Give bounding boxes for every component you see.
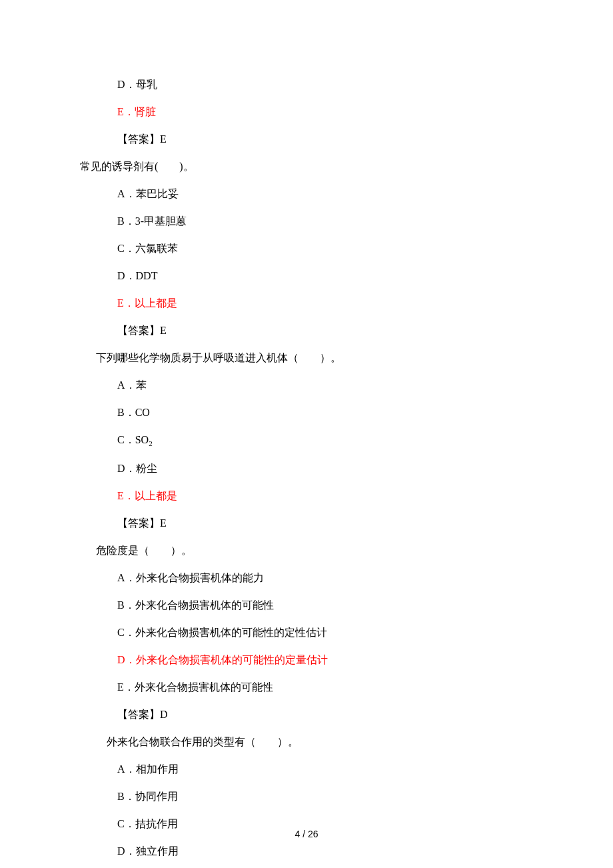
option-b: B．CO [80,405,533,421]
option-e: E．以上都是 [80,295,533,311]
option-e: E．外来化合物损害机体的可能性 [80,679,533,695]
option-a: A．苯 [80,377,533,393]
answer-label: 【答案】E [80,323,533,339]
answer-label: 【答案】E [80,515,533,531]
option-d: D．外来化合物损害机体的可能性的定量估计 [80,652,533,668]
option-c: C．外来化合物损害机体的可能性的定性估计 [80,625,533,641]
option-d: D．粉尘 [80,461,533,477]
answer-label: 【答案】D [80,707,533,723]
option-a: A．外来化合物损害机体的能力 [80,570,533,586]
option-a: A．苯巴比妥 [80,186,533,202]
question-stem: 危险度是（ ）。 [80,543,533,559]
option-e: E．以上都是 [80,488,533,504]
option-b: B．3-甲基胆蒽 [80,213,533,229]
option-b: B．协同作用 [80,789,533,805]
question-stem: 外来化合物联合作用的类型有（ ）。 [80,734,533,750]
option-d: D．独立作用 [80,843,533,859]
page-number: 4 / 26 [0,827,613,841]
option-c-prefix: C．SO [117,434,149,445]
option-c-subscript: 2 [149,439,153,447]
question-stem: 常见的诱导剂有( )。 [80,159,533,175]
option-a: A．相加作用 [80,761,533,777]
option-d: D．母乳 [80,77,533,93]
option-c: C．六氯联苯 [80,241,533,257]
option-b: B．外来化合物损害机体的可能性 [80,597,533,613]
option-e: E．肾脏 [80,104,533,120]
option-c: C．SO2 [80,432,533,449]
question-stem: 下列哪些化学物质易于从呼吸道进入机体（ ）。 [80,350,533,366]
option-d: D．DDT [80,268,533,284]
answer-label: 【答案】E [80,131,533,147]
